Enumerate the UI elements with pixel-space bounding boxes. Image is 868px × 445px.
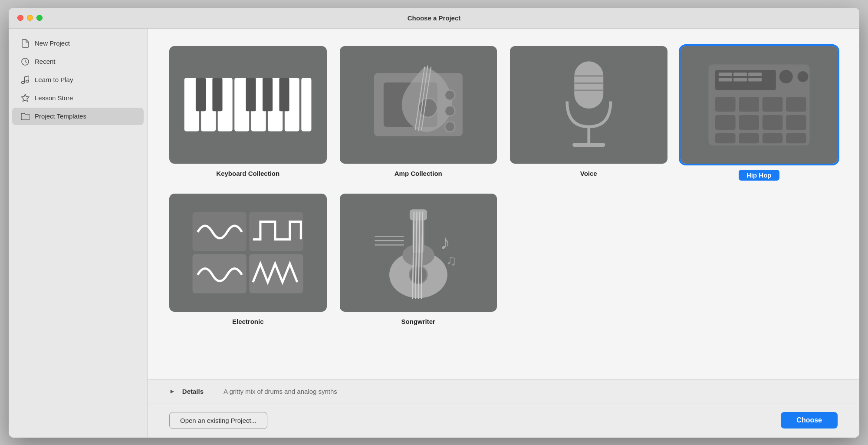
template-voice[interactable]: Voice — [510, 46, 667, 181]
svg-rect-14 — [196, 78, 206, 112]
svg-rect-54 — [763, 133, 783, 143]
drum-machine-icon — [696, 58, 822, 152]
svg-rect-41 — [748, 78, 762, 81]
svg-rect-50 — [763, 115, 783, 130]
sidebar-label-lesson-store: Lesson Store — [35, 94, 73, 102]
title-bar: Choose a Project — [9, 8, 859, 29]
template-label-amp: Amp Collection — [395, 170, 442, 177]
svg-rect-36 — [719, 73, 732, 76]
template-thumb-electronic — [169, 194, 327, 312]
template-label-songwriter: Songwriter — [401, 318, 435, 325]
svg-rect-56 — [193, 212, 247, 251]
svg-rect-15 — [213, 78, 223, 112]
sidebar-label-recent: Recent — [35, 58, 56, 65]
svg-rect-39 — [719, 78, 732, 81]
microphone-icon — [542, 58, 636, 152]
svg-line-5 — [25, 76, 29, 77]
main-content: New Project Recent — [9, 29, 859, 438]
star-icon — [21, 94, 30, 102]
svg-rect-40 — [733, 78, 747, 81]
svg-rect-53 — [739, 133, 759, 143]
svg-rect-28 — [574, 61, 603, 109]
templates-area: Keyboard Collection — [148, 29, 859, 379]
svg-rect-58 — [193, 254, 247, 293]
template-label-hiphop: Hip Hop — [739, 170, 779, 181]
svg-rect-38 — [748, 73, 762, 76]
maximize-button[interactable] — [36, 15, 43, 21]
svg-rect-37 — [733, 73, 747, 76]
template-label-electronic: Electronic — [232, 318, 264, 325]
sidebar-item-recent[interactable]: Recent — [12, 53, 144, 70]
svg-rect-47 — [786, 97, 806, 112]
template-thumb-amp — [340, 46, 497, 164]
svg-rect-63 — [410, 209, 427, 220]
template-electronic[interactable]: Electronic — [169, 194, 327, 325]
template-thumb-songwriter: ♪ ♫ — [340, 194, 497, 312]
svg-rect-48 — [715, 115, 736, 130]
sidebar-label-new-project: New Project — [35, 40, 70, 47]
details-bar: ► Details A gritty mix of drums and anal… — [148, 379, 859, 403]
sidebar-item-learn-to-play[interactable]: Learn to Play — [12, 71, 144, 89]
template-songwriter[interactable]: ♪ ♫ Songwriter — [340, 194, 497, 325]
svg-text:♪: ♪ — [440, 231, 450, 254]
template-label-voice: Voice — [580, 170, 597, 177]
template-amp-collection[interactable]: Amp Collection — [340, 46, 497, 181]
template-thumb-voice — [510, 46, 667, 164]
sidebar-item-lesson-store[interactable]: Lesson Store — [12, 89, 144, 107]
sidebar-item-project-templates[interactable]: Project Templates — [12, 108, 144, 125]
svg-rect-16 — [246, 78, 256, 112]
details-label: Details — [182, 388, 204, 395]
template-thumb-hiphop — [681, 46, 838, 164]
template-thumb-keyboard — [169, 46, 327, 164]
svg-point-26 — [445, 106, 455, 116]
svg-text:♫: ♫ — [446, 252, 457, 268]
sidebar-item-new-project[interactable]: New Project — [12, 35, 144, 52]
svg-rect-49 — [739, 115, 759, 130]
svg-point-25 — [445, 90, 455, 100]
svg-rect-46 — [763, 97, 783, 112]
keyboard-icon — [181, 60, 315, 149]
choose-project-dialog: Choose a Project New Project — [9, 8, 859, 438]
minimize-button[interactable] — [27, 15, 33, 21]
close-button[interactable] — [17, 15, 23, 21]
svg-rect-44 — [715, 97, 736, 112]
templates-grid: Keyboard Collection — [169, 46, 838, 326]
dialog-title: Choose a Project — [408, 14, 461, 22]
choose-button[interactable]: Choose — [781, 412, 838, 429]
svg-rect-17 — [263, 78, 273, 112]
svg-point-2 — [26, 80, 29, 82]
svg-rect-13 — [302, 78, 312, 132]
footer: Open an existing Project... Choose — [148, 403, 859, 438]
open-existing-button[interactable]: Open an existing Project... — [169, 412, 267, 429]
right-panel: Keyboard Collection — [148, 29, 859, 438]
svg-point-1 — [22, 81, 25, 83]
music-note-icon — [21, 76, 30, 84]
svg-rect-55 — [786, 133, 806, 143]
window-controls — [17, 15, 43, 21]
amp-icon — [359, 60, 477, 149]
svg-rect-51 — [786, 115, 806, 130]
svg-point-42 — [779, 70, 792, 83]
chevron-right-icon: ► — [169, 388, 175, 395]
svg-rect-52 — [715, 133, 736, 143]
clock-icon — [21, 57, 30, 66]
synth-icon — [185, 208, 311, 297]
svg-point-43 — [797, 71, 808, 82]
sidebar-label-learn-to-play: Learn to Play — [35, 76, 73, 83]
sidebar-label-project-templates: Project Templates — [35, 112, 86, 120]
doc-icon — [21, 39, 30, 48]
guitar-icon: ♪ ♫ — [359, 206, 477, 300]
svg-point-27 — [445, 122, 455, 132]
svg-rect-45 — [739, 97, 759, 112]
folder-icon — [21, 112, 30, 121]
template-hip-hop[interactable]: Hip Hop — [681, 46, 838, 181]
details-description: A gritty mix of drums and analog synths — [224, 388, 337, 395]
svg-rect-18 — [279, 78, 289, 112]
template-keyboard-collection[interactable]: Keyboard Collection — [169, 46, 327, 181]
sidebar: New Project Recent — [9, 29, 148, 438]
template-label-keyboard: Keyboard Collection — [216, 170, 279, 177]
